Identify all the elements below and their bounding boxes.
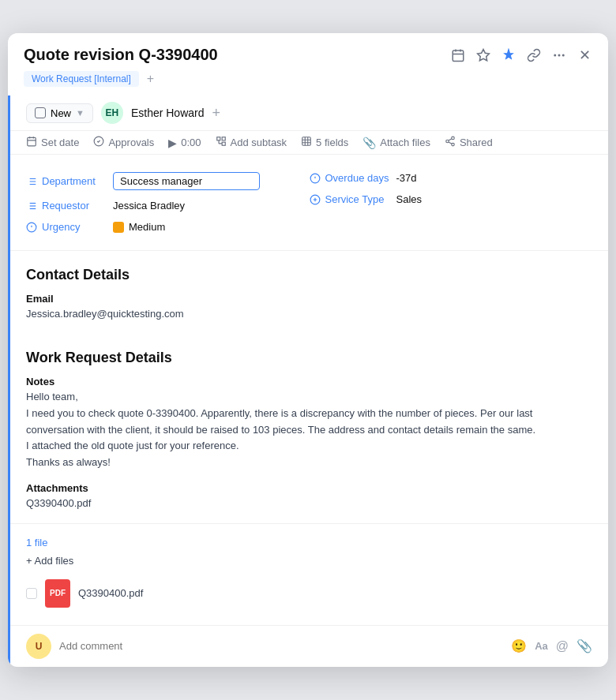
modal-title: Quote revision Q-3390400 — [24, 46, 218, 64]
add-subtask-label: Add subtask — [231, 137, 287, 148]
email-block: Email Jessica.bradley@quicktesting.com — [26, 293, 592, 323]
svg-marker-4 — [478, 49, 490, 60]
attachments-label: Attachments — [26, 482, 592, 494]
tab-add-button[interactable]: + — [142, 70, 159, 88]
link-icon[interactable] — [526, 47, 542, 63]
more-icon[interactable] — [551, 47, 567, 63]
commenter-avatar: U — [26, 634, 51, 659]
service-type-label: Service Type — [310, 193, 396, 205]
subtask-icon — [216, 136, 227, 149]
modal-container: Quote revision Q-3390400 ✕ Work Request … — [8, 33, 608, 667]
add-assignee-button[interactable]: + — [212, 105, 221, 122]
files-section: 1 file + Add files PDF Q3390400.pdf — [10, 523, 608, 625]
pin-icon[interactable] — [501, 47, 516, 63]
tab-bar: Work Request [Internal] + — [8, 64, 608, 88]
calendar-icon[interactable] — [450, 47, 466, 63]
fields-area: Department Requestor Jessica Bradley Urg… — [10, 155, 608, 251]
comment-icons: 🙂 Aa @ 📎 — [511, 638, 592, 653]
requestor-value: Jessica Bradley — [113, 200, 185, 211]
department-label: Department — [26, 175, 113, 187]
file-name: Q3390400.pdf — [78, 587, 143, 599]
notes-value: Hello team, I need you to check quote 0-… — [26, 389, 592, 471]
svg-rect-8 — [28, 138, 36, 147]
emoji-icon[interactable]: 🙂 — [511, 638, 527, 653]
add-files-button[interactable]: + Add files — [26, 555, 592, 567]
svg-line-27 — [449, 139, 452, 140]
right-fields: Overdue days -37d Service Type Sales — [310, 167, 593, 238]
fields-action[interactable]: 5 fields — [301, 136, 348, 149]
set-date-label: Set date — [41, 137, 79, 148]
svg-rect-0 — [453, 51, 464, 62]
contact-details-title: Contact Details — [26, 267, 592, 283]
svg-point-6 — [558, 54, 561, 56]
overdue-field: Overdue days -37d — [310, 167, 593, 189]
comment-input[interactable] — [59, 640, 503, 652]
overdue-label: Overdue days — [310, 172, 396, 184]
attachments-block: Attachments Q3390400.pdf — [26, 482, 592, 512]
play-icon: ▶ — [168, 137, 177, 149]
status-label: New — [51, 107, 71, 119]
file-row: PDF Q3390400.pdf — [26, 575, 592, 612]
attach-files-label: Attach files — [380, 137, 430, 148]
comment-bar: U 🙂 Aa @ 📎 — [10, 625, 608, 667]
file-checkbox[interactable] — [26, 588, 37, 599]
urgency-label: Urgency — [26, 221, 113, 233]
service-type-value: Sales — [396, 193, 423, 205]
content-area: New ▼ EH Esther Howard + Set date Approv… — [8, 95, 608, 667]
attachment-filename: Q3390400.pdf — [26, 496, 592, 512]
mention-icon[interactable]: @ — [556, 639, 569, 653]
svg-point-23 — [452, 137, 455, 140]
share-icon — [445, 136, 456, 149]
attach-files-action[interactable]: 📎 Attach files — [362, 137, 430, 149]
add-subtask-action[interactable]: Add subtask — [216, 136, 287, 149]
set-date-action[interactable]: Set date — [26, 136, 79, 149]
email-value: Jessica.bradley@quicktesting.com — [26, 306, 592, 323]
status-chevron: ▼ — [76, 108, 85, 118]
requestor-field: Requestor Jessica Bradley — [26, 195, 310, 216]
svg-line-26 — [449, 142, 452, 144]
close-icon[interactable]: ✕ — [577, 47, 592, 63]
check-circle-icon — [93, 136, 104, 149]
email-label: Email — [26, 293, 592, 305]
contact-details-section: Contact Details Email Jessica.bradley@qu… — [10, 251, 608, 323]
svg-point-7 — [562, 54, 565, 56]
pdf-icon: PDF — [45, 579, 70, 608]
files-count: 1 file — [26, 537, 592, 548]
overdue-value: -37d — [396, 172, 417, 184]
fields-label: 5 fields — [316, 137, 348, 148]
status-badge[interactable]: New ▼ — [26, 103, 93, 123]
svg-rect-18 — [302, 137, 311, 146]
text-format-icon[interactable]: Aa — [535, 640, 548, 652]
avatar: EH — [101, 102, 123, 124]
notes-block: Notes Hello team, I need you to check qu… — [26, 376, 592, 471]
urgency-value: Medium — [113, 221, 165, 233]
urgency-dot — [113, 222, 124, 233]
timer-action[interactable]: ▶ 0:00 — [168, 137, 201, 149]
paperclip-icon: 📎 — [362, 137, 376, 149]
tab-work-request[interactable]: Work Request [Internal] — [24, 71, 139, 87]
left-fields: Department Requestor Jessica Bradley Urg… — [26, 167, 310, 238]
star-icon[interactable] — [475, 47, 491, 63]
work-request-title: Work Request Details — [26, 350, 592, 366]
notes-label: Notes — [26, 376, 592, 387]
attachment-icon[interactable]: 📎 — [577, 638, 592, 653]
action-bar: Set date Approvals ▶ 0:00 Add subtask — [10, 131, 608, 155]
svg-point-25 — [452, 144, 455, 147]
svg-rect-14 — [222, 137, 225, 140]
svg-rect-13 — [216, 137, 220, 140]
department-field: Department — [26, 167, 310, 195]
header-icons: ✕ — [450, 47, 592, 63]
approvals-action[interactable]: Approvals — [93, 136, 154, 149]
shared-action[interactable]: Shared — [445, 136, 493, 149]
requestor-label: Requestor — [26, 200, 113, 211]
status-checkbox — [35, 107, 46, 118]
fields-icon — [301, 136, 312, 149]
department-input[interactable] — [113, 172, 260, 190]
work-request-section: Work Request Details Notes Hello team, I… — [10, 334, 608, 512]
svg-rect-15 — [222, 142, 225, 145]
modal-header: Quote revision Q-3390400 ✕ — [8, 33, 608, 64]
approvals-label: Approvals — [108, 137, 154, 148]
svg-point-5 — [554, 54, 556, 56]
service-type-field: Service Type Sales — [310, 189, 593, 210]
urgency-field: Urgency Medium — [26, 216, 310, 238]
